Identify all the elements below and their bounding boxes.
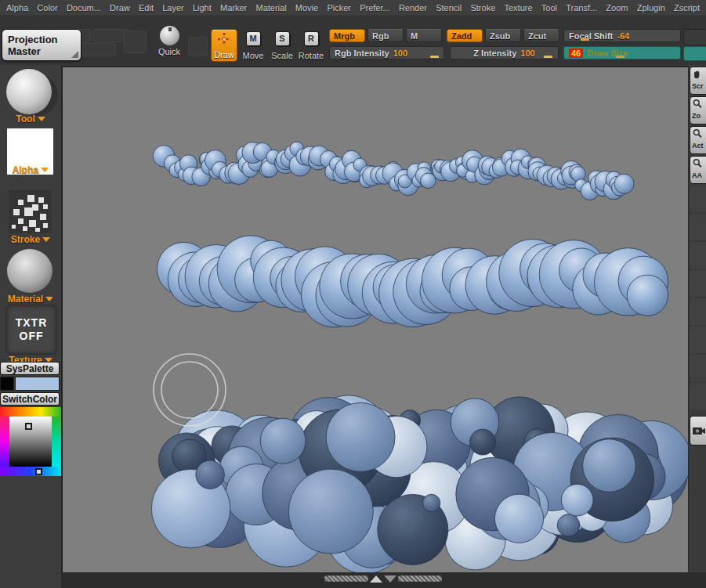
material-label-text: Material — [8, 294, 43, 305]
slider-handle[interactable] — [430, 56, 439, 58]
menu-item-zoom[interactable]: Zoom — [606, 3, 628, 13]
secondary-color-swatch[interactable] — [0, 377, 14, 391]
rgb-mode-button[interactable]: Rgb — [367, 29, 404, 42]
aa-button[interactable]: AA — [690, 156, 706, 184]
hue-strip-right[interactable] — [52, 417, 61, 467]
draw-button[interactable]: Draw — [211, 29, 237, 62]
scale-button[interactable]: SScale — [269, 29, 295, 62]
material-palette-label[interactable]: Material — [0, 294, 61, 305]
material-thumbnail[interactable] — [7, 249, 52, 293]
menu-item-layer[interactable]: Layer — [162, 3, 184, 13]
menu-item-zscript[interactable]: Zscript — [674, 3, 700, 13]
slider-value: 100 — [520, 49, 534, 58]
document-canvas[interactable] — [61, 66, 688, 572]
color-picker[interactable] — [0, 407, 61, 476]
menu-item-color[interactable]: Color — [37, 3, 57, 13]
z-intensity-slider[interactable]: Z Intensity 100 — [450, 46, 559, 60]
stroke-palette-label[interactable]: Stroke — [0, 234, 61, 245]
draw-size-slider[interactable]: 46 Draw Size — [563, 46, 681, 60]
sv-marker[interactable] — [25, 423, 32, 430]
hue-strip-bottom[interactable] — [0, 467, 61, 476]
letter-chip-r: R — [304, 31, 319, 46]
top-bead-string — [153, 142, 634, 200]
projection-master-button[interactable]: Projection Master — [2, 29, 81, 61]
slider-handle[interactable] — [616, 56, 625, 58]
camera-button[interactable] — [690, 416, 706, 446]
menu-item-render[interactable]: Render — [399, 3, 427, 13]
menu-item-light[interactable]: Light — [193, 3, 212, 13]
zbrush-window: AlphaColorDocum...DrawEditLayerLightMark… — [0, 0, 706, 588]
slider-value: -64 — [617, 31, 629, 41]
menu-item-movie[interactable]: Movie — [295, 3, 318, 13]
stroke-thumbnail[interactable] — [9, 190, 52, 233]
menu-item-picker[interactable]: Picker — [327, 3, 351, 13]
menu-item-edit[interactable]: Edit — [139, 3, 154, 13]
slider-value: 100 — [393, 49, 407, 58]
alpha-label-text: Alpha — [13, 164, 38, 175]
shelf-slot — [690, 383, 706, 409]
s-letter-icon: S — [275, 31, 290, 45]
zsub-mode-button[interactable]: Zsub — [485, 29, 521, 42]
rotate-label: Rotate — [299, 51, 324, 60]
hue-strip-top[interactable] — [0, 407, 61, 417]
disabled-control — [124, 31, 147, 53]
stroke-label-text: Stroke — [11, 234, 40, 245]
act-label: Act — [692, 142, 704, 150]
divider-hatch-right[interactable] — [398, 575, 442, 582]
tray-divider[interactable] — [324, 575, 442, 583]
slider-label: Z Intensity — [473, 49, 516, 58]
view-buttons: ScrZoActAA — [689, 67, 706, 184]
menu-item-transf[interactable]: Transf... — [566, 3, 597, 13]
move-button[interactable]: MMove — [240, 29, 266, 62]
scale-label: Scale — [271, 51, 293, 60]
m-mode-button[interactable]: M — [406, 29, 442, 42]
camera-icon — [692, 425, 706, 436]
mrgb-mode-button[interactable]: Mrgb — [329, 29, 365, 42]
menu-item-texture[interactable]: Texture — [504, 3, 532, 13]
crosshair-icon — [217, 32, 231, 46]
texture-off-button[interactable]: TXTR OFF — [5, 305, 57, 355]
clipped-control — [683, 29, 706, 45]
transform-buttons: DrawMMoveSScaleRRotate — [211, 29, 324, 62]
zadd-mode-button[interactable]: Zadd — [447, 29, 483, 42]
shelf-slot — [690, 298, 706, 325]
hue-marker[interactable] — [35, 468, 42, 475]
divider-arrow-up-icon[interactable] — [370, 575, 382, 583]
quick-button[interactable]: Quick — [154, 26, 185, 60]
menu-item-tool[interactable]: Tool — [541, 3, 557, 13]
brush-cursor — [154, 354, 226, 426]
menu-item-draw[interactable]: Draw — [110, 3, 130, 13]
move-label: Move — [243, 51, 264, 60]
menu-item-zplugin[interactable]: Zplugin — [637, 3, 665, 13]
menu-item-material[interactable]: Material — [255, 3, 286, 13]
magnifier-icon — [692, 158, 703, 172]
zo-button[interactable]: Zo — [690, 96, 706, 124]
menu-item-docum[interactable]: Docum... — [67, 3, 101, 13]
zcut-mode-button[interactable]: Zcut — [523, 29, 559, 42]
menu-bar: AlphaColorDocum...DrawEditLayerLightMark… — [0, 0, 706, 16]
divider-hatch-left[interactable] — [324, 575, 368, 582]
scr-button[interactable]: Scr — [690, 67, 706, 95]
zo-label: Zo — [692, 113, 701, 120]
menu-item-stroke[interactable]: Stroke — [470, 3, 495, 13]
tool-thumbnail[interactable] — [6, 69, 52, 114]
main-color-swatch[interactable] — [15, 377, 60, 391]
syspalette-button[interactable]: SysPalette — [0, 362, 60, 375]
divider-arrow-down-icon[interactable] — [384, 575, 396, 583]
slider-handle[interactable] — [544, 56, 552, 58]
menu-item-alpha[interactable]: Alpha — [6, 3, 28, 13]
alpha-palette-label[interactable]: Alpha — [0, 164, 61, 175]
slider-handle[interactable] — [581, 38, 589, 41]
left-shelf: Tool Alpha Stroke Material TXT — [0, 65, 61, 588]
hue-strip-left[interactable] — [0, 417, 9, 467]
switchcolor-button[interactable]: SwitchColor — [0, 392, 60, 406]
rotate-button[interactable]: RRotate — [298, 29, 324, 62]
act-button[interactable]: Act — [690, 126, 706, 154]
menu-item-marker[interactable]: Marker — [220, 3, 247, 13]
focal-shift-slider[interactable]: Focal Shift -64 — [563, 29, 681, 42]
menu-item-prefer[interactable]: Prefer... — [360, 3, 390, 13]
tool-palette-label[interactable]: Tool — [0, 114, 61, 124]
rgb-intensity-slider[interactable]: Rgb Intensity 100 — [329, 46, 444, 60]
shelf-slot — [690, 270, 706, 297]
menu-item-stencil[interactable]: Stencil — [436, 3, 462, 13]
